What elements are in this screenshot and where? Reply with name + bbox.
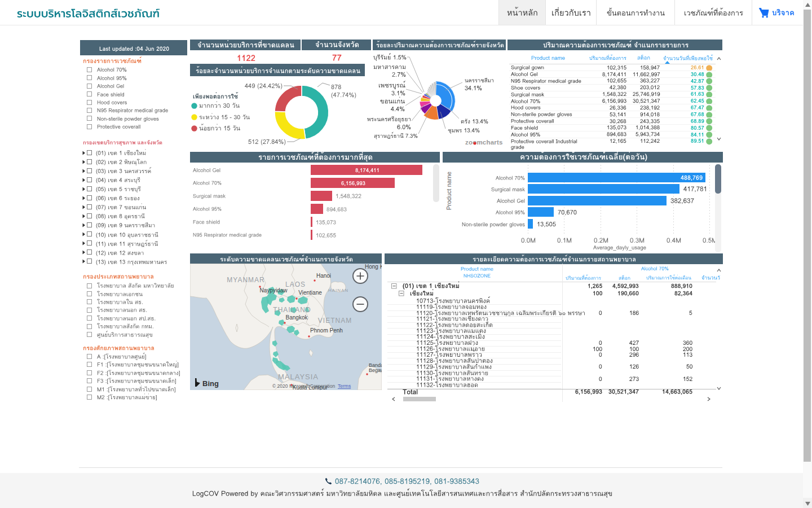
svg-text:Naypyidaw: Naypyidaw bbox=[260, 287, 288, 294]
svg-text:Phnom Penh: Phnom Penh bbox=[310, 327, 343, 334]
svg-text:THAILAND: THAILAND bbox=[273, 306, 311, 314]
svg-text:Begawan: Begawan bbox=[369, 367, 382, 373]
svg-text:LAOS: LAOS bbox=[285, 281, 306, 288]
svg-text:Terms: Terms bbox=[338, 383, 351, 389]
svg-text:Hanoi: Hanoi bbox=[316, 273, 331, 279]
svg-text:© 2020 Microsoft Corporation: © 2020 Microsoft Corporation bbox=[272, 383, 335, 389]
svg-text:Bing: Bing bbox=[202, 379, 219, 388]
svg-text:VIETNAM: VIETNAM bbox=[318, 317, 352, 325]
svg-text:Vientiane: Vientiane bbox=[298, 290, 322, 296]
svg-text:HAINAN: HAINAN bbox=[328, 288, 348, 293]
svg-text:MYANMAR: MYANMAR bbox=[227, 276, 264, 284]
svg-text:MALAYSIA: MALAYSIA bbox=[278, 373, 319, 381]
svg-text:Bangkok: Bangkok bbox=[286, 314, 308, 321]
svg-text:Hong Ko: Hong Ko bbox=[365, 264, 382, 270]
